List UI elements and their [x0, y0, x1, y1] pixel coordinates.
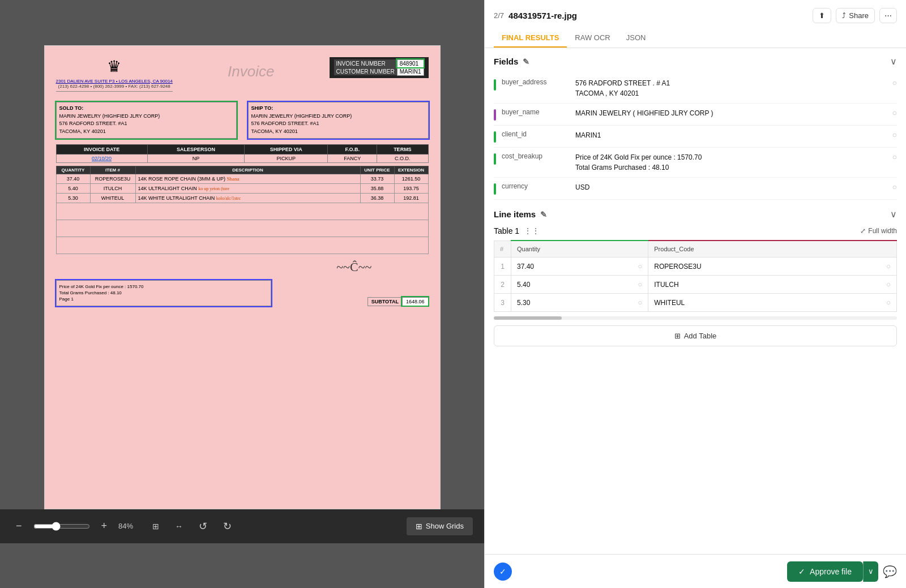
- file-name: 484319571-re.jpg: [508, 11, 577, 20]
- table-row: 1 37.40 ○ ROPEROSE3U ○: [494, 257, 897, 276]
- share-icon: ⤴: [842, 11, 846, 20]
- row3-product-code: WHITEUL ○: [648, 294, 897, 312]
- row3-prod-check[interactable]: ○: [886, 298, 891, 307]
- invoice-title: Invoice: [173, 63, 330, 80]
- tab-final-results[interactable]: FINAL RESULTS: [494, 29, 567, 48]
- page-indicator: 2/7: [494, 11, 504, 20]
- add-table-label: Add Table: [684, 332, 717, 340]
- invoice-number-value: 848901: [397, 59, 424, 67]
- row2-qty-check[interactable]: ○: [638, 280, 642, 289]
- table-row: 3 5.30 ○ WHITEUL ○: [494, 294, 897, 312]
- document-panel: ♛ 2301 DALIEN AVE SUITE P3 • LOS ANGELES…: [0, 0, 484, 588]
- row1-qty-check[interactable]: ○: [638, 262, 642, 271]
- zoom-out-button[interactable]: −: [11, 518, 27, 534]
- customer-number-value: MARIN1: [397, 67, 424, 75]
- buyer-name-check[interactable]: ○: [892, 108, 897, 117]
- line-items-table: # Quantity Product_Code 1 37.40 ○: [494, 240, 897, 312]
- chevron-down-icon: ∨: [868, 567, 874, 576]
- show-grids-button[interactable]: ⊞ Show Grids: [407, 517, 473, 535]
- redo-button[interactable]: ↻: [219, 518, 236, 535]
- cost-breakup-indicator: [494, 153, 496, 165]
- show-grids-label: Show Grids: [426, 522, 464, 530]
- currency-check[interactable]: ○: [892, 182, 897, 191]
- invoice-items-table: QUANTITY ITEM # DESCRIPTION UNIT PRICE E…: [56, 166, 429, 254]
- table-menu-icon[interactable]: ⋮⋮: [524, 226, 540, 235]
- invoice-subtotal: SUBTOTAL 1648.06: [367, 297, 429, 306]
- field-buyer-address: buyer_address 576 RADFORD STREET . # A1T…: [494, 74, 897, 104]
- undo-button[interactable]: ↺: [194, 518, 212, 535]
- bill-ship-section: SOLD TO: MARIN JEWELRY (HIGHFIED JLRY CO…: [56, 102, 429, 139]
- line-items-section: Line items ✎ ∨ Table 1 ⋮⋮ ⤢ Full width: [494, 209, 897, 346]
- line-items-edit-icon[interactable]: ✎: [540, 210, 547, 219]
- comment-button[interactable]: 💬: [883, 565, 897, 578]
- zoom-value: 84%: [118, 522, 141, 530]
- invoice-logo: ♛: [97, 57, 131, 76]
- col-quantity: Quantity: [511, 241, 648, 257]
- table-row: 2 5.40 ○ ITULCH ○: [494, 276, 897, 294]
- approve-group: ✓ Approve file ∨: [787, 561, 878, 582]
- signature: ~~Ĉ~~: [56, 260, 429, 274]
- invoice-number-label: INVOICE NUMBER: [334, 59, 398, 67]
- fields-edit-icon[interactable]: ✎: [523, 57, 529, 66]
- add-table-icon: ⊞: [674, 332, 681, 340]
- verify-icon[interactable]: ✓: [494, 563, 512, 581]
- approve-check-icon: ✓: [798, 567, 805, 576]
- sold-to-label: SOLD TO:: [59, 105, 233, 111]
- right-panel: 2/7 484319571-re.jpg ⬆ ⤴ Share ⋯: [484, 0, 906, 588]
- more-button[interactable]: ⋯: [879, 8, 897, 23]
- zoom-slider[interactable]: [33, 522, 90, 531]
- crown-icon: ♛: [97, 57, 131, 76]
- fit-button[interactable]: ⊞: [148, 520, 164, 533]
- currency-indicator: [494, 183, 496, 195]
- table-label: Table 1: [494, 226, 519, 235]
- col-num: #: [494, 241, 511, 257]
- row2-quantity: 5.40 ○: [511, 276, 648, 294]
- share-button[interactable]: ⤴ Share: [836, 8, 875, 23]
- currency-label: currency: [502, 182, 570, 190]
- buyer-address-indicator: [494, 79, 496, 91]
- client-id-indicator: [494, 131, 496, 143]
- grid-icon: ⊞: [416, 522, 422, 531]
- line-items-collapse-icon[interactable]: ∨: [890, 209, 897, 220]
- approve-button[interactable]: ✓ Approve file: [787, 561, 863, 582]
- ship-to-label: SHIP TO:: [251, 105, 425, 111]
- full-width-button[interactable]: ⤢ Full width: [860, 227, 897, 235]
- cost-breakup-label: cost_breakup: [502, 152, 570, 160]
- upload-button[interactable]: ⬆: [813, 8, 831, 23]
- client-id-check[interactable]: ○: [892, 130, 897, 139]
- row1-num: 1: [494, 257, 511, 276]
- buyer-address-value: 576 RADFORD STREET . # A1TACOMA , KY 402…: [575, 78, 887, 98]
- add-table-button[interactable]: ⊞ Add Table: [494, 325, 897, 346]
- row3-quantity: 5.30 ○: [511, 294, 648, 312]
- line-items-title: Line items: [494, 209, 536, 219]
- row1-prod-check[interactable]: ○: [886, 262, 891, 271]
- table-header: Table 1 ⋮⋮ ⤢ Full width: [494, 226, 897, 235]
- buyer-address-check[interactable]: ○: [892, 78, 897, 87]
- col-product-code: Product_Code: [648, 241, 897, 257]
- comment-icon: 💬: [883, 565, 897, 578]
- approve-label: Approve file: [810, 567, 852, 576]
- ship-to-value: MARIN JEWELRY (HIGHFIED JLRY CORP) 576 R…: [251, 113, 425, 136]
- bottom-bar: ✓ ✓ Approve file ∨ 💬: [485, 554, 906, 588]
- right-content: Fields ✎ ∨ buyer_address 576 RADFORD STR…: [485, 48, 906, 554]
- tab-raw-ocr[interactable]: RAW OCR: [567, 29, 618, 48]
- cost-breakup-value: Price of 24K Gold Fix per ounce : 1570.7…: [575, 152, 887, 173]
- zoom-in-button[interactable]: +: [97, 518, 112, 534]
- row3-qty-check[interactable]: ○: [638, 298, 642, 307]
- row2-product-code: ITULCH ○: [648, 276, 897, 294]
- invoice-document: ♛ 2301 DALIEN AVE SUITE P3 • LOS ANGELES…: [44, 45, 441, 509]
- invoice-notes: Price of 24K Gold Fix per ounce : 1570.7…: [56, 280, 271, 306]
- approve-dropdown-button[interactable]: ∨: [863, 561, 878, 582]
- table-scrollbar[interactable]: [494, 316, 897, 320]
- row1-product-code: ROPEROSE3U ○: [648, 257, 897, 276]
- row2-num: 2: [494, 276, 511, 294]
- fields-collapse-icon[interactable]: ∨: [890, 56, 897, 67]
- customer-number-label: CUSTOMER NUMBER: [334, 67, 398, 75]
- tab-json[interactable]: JSON: [618, 29, 654, 48]
- fields-title: Fields: [494, 57, 518, 66]
- cost-breakup-check[interactable]: ○: [892, 152, 897, 161]
- pan-button[interactable]: ↔: [170, 520, 187, 533]
- right-header: 2/7 484319571-re.jpg ⬆ ⤴ Share ⋯: [485, 0, 906, 48]
- row2-prod-check[interactable]: ○: [886, 280, 891, 289]
- more-icon: ⋯: [884, 11, 892, 20]
